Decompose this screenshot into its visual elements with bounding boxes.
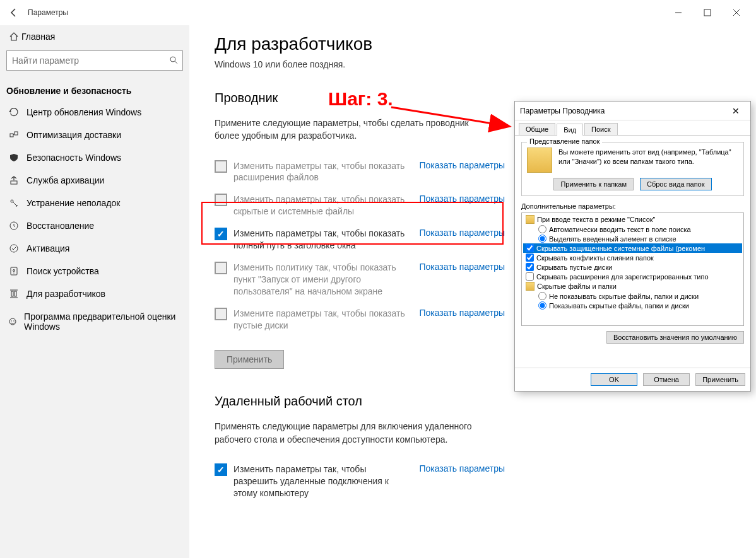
window-maximize-button[interactable] (693, 3, 722, 23)
tree-item-label: При вводе текста в режиме "Список" (537, 216, 655, 223)
window-close-button[interactable] (722, 3, 751, 23)
setting-checkbox[interactable] (215, 160, 227, 173)
setting-checkbox[interactable] (215, 463, 227, 476)
tab-search[interactable]: Поиск (584, 123, 617, 135)
dialog-cancel-button[interactable]: Отмена (643, 373, 690, 386)
tree-radio[interactable] (538, 292, 546, 300)
setting-checkbox[interactable] (215, 262, 227, 274)
advanced-tree[interactable]: При вводе текста в режиме "Список"Автома… (521, 212, 744, 326)
tree-radio[interactable] (538, 235, 546, 243)
nav-icon (6, 317, 19, 327)
show-settings-link[interactable]: Показать параметры (419, 308, 505, 318)
sidebar-item[interactable]: Служба архивации (0, 169, 189, 192)
nav-icon (6, 266, 21, 276)
tree-item[interactable]: Скрывать расширения для зарегистрированн… (523, 272, 742, 281)
sidebar-item-label: Для разработчиков (27, 289, 105, 299)
sidebar-item[interactable]: Активация (0, 237, 189, 260)
restore-defaults-button[interactable]: Восстановить значения по умолчанию (606, 331, 744, 344)
setting-row: Изменить параметры так, чтобы показать р… (215, 155, 505, 189)
setting-row: Изменить политику так, чтобы показать пу… (215, 257, 505, 303)
nav-icon (6, 107, 21, 117)
sidebar-item-label: Центр обновления Windows (27, 107, 141, 117)
sidebar-item[interactable]: Поиск устройства (0, 260, 189, 282)
folder-icon (527, 148, 552, 173)
tree-radio[interactable] (538, 225, 546, 233)
minimize-icon (673, 8, 683, 18)
tree-item[interactable]: Скрытые файлы и папки (523, 281, 742, 291)
svg-rect-5 (15, 132, 18, 135)
show-settings-link[interactable]: Показать параметры (419, 194, 505, 204)
dialog-title: Параметры Проводника (520, 107, 726, 115)
sidebar-item[interactable]: Устранение неполадок (0, 192, 189, 214)
setting-checkbox[interactable] (215, 194, 227, 206)
arrow-left-icon (9, 8, 19, 18)
setting-checkbox[interactable] (215, 228, 227, 240)
sidebar-item-label: Безопасность Windows (27, 153, 121, 163)
sidebar-item-label: Поиск устройства (27, 266, 99, 276)
title-bar: Параметры (0, 0, 756, 25)
tree-item[interactable]: Показывать скрытые файлы, папки и диски (523, 301, 742, 310)
tree-checkbox[interactable] (526, 253, 534, 262)
sidebar-item[interactable]: Программа предварительной оценки Windows (0, 305, 189, 338)
sidebar-item-label: Оптимизация доставки (27, 130, 121, 140)
tab-general[interactable]: Общие (519, 123, 555, 135)
folder-icon (526, 215, 535, 224)
apply-button[interactable]: Применить (215, 350, 284, 369)
tree-item[interactable]: Скрывать защищенные системные файлы (рек… (523, 243, 742, 253)
tab-view[interactable]: Вид (557, 124, 583, 136)
setting-row: Измените параметры так, чтобы показать п… (215, 303, 505, 337)
folder-options-dialog: Параметры Проводника ✕ Общие Вид Поиск П… (514, 101, 751, 392)
folder-view-text: Вы можете применить этот вид (например, … (558, 148, 738, 173)
section-explorer-desc: Примените следующие параметры, чтобы сде… (215, 117, 492, 142)
sidebar-search[interactable] (6, 50, 183, 71)
tree-item[interactable]: Не показывать скрытые файлы, папки и дис… (523, 291, 742, 301)
sidebar-item[interactable]: Безопасность Windows (0, 146, 189, 169)
sidebar-item[interactable]: Оптимизация доставки (0, 124, 189, 146)
nav-icon (6, 198, 21, 208)
tree-checkbox[interactable] (526, 272, 534, 281)
page-title: Для разработчиков (215, 34, 731, 54)
setting-row: Изменить параметры так, чтобы показать с… (215, 189, 505, 223)
svg-point-10 (10, 245, 18, 252)
tree-item[interactable]: Выделять введенный элемент в списке (523, 234, 742, 243)
svg-point-2 (170, 57, 175, 62)
nav-icon (6, 175, 21, 185)
sidebar-item-label: Устранение неполадок (27, 198, 120, 208)
dialog-close-button[interactable]: ✕ (726, 104, 745, 118)
tree-item[interactable]: Скрывать конфликты слияния папок (523, 253, 742, 262)
sidebar-item[interactable]: Восстановление (0, 214, 189, 237)
window-title: Параметры (28, 8, 68, 17)
svg-rect-7 (11, 181, 17, 184)
svg-rect-1 (704, 9, 711, 16)
show-settings-link[interactable]: Показать параметры (419, 463, 505, 474)
sidebar-item[interactable]: Для разработчиков (0, 282, 189, 305)
tree-checkbox[interactable] (526, 244, 534, 252)
show-settings-link[interactable]: Показать параметры (419, 228, 505, 238)
svg-point-19 (11, 320, 12, 322)
setting-checkbox[interactable] (215, 308, 227, 320)
sidebar-home[interactable]: Главная (0, 25, 189, 48)
back-button[interactable] (5, 4, 23, 21)
section-remote-title: Удаленный рабочий стол (215, 394, 731, 409)
tree-item-label: Автоматически вводить текст в поле поиск… (549, 226, 691, 233)
nav-icon (6, 153, 21, 163)
dialog-ok-button[interactable]: OK (591, 373, 637, 386)
apply-to-folders-button[interactable]: Применить к папкам (553, 178, 634, 190)
tree-item[interactable]: Автоматически вводить текст в поле поиск… (523, 224, 742, 234)
sidebar-item[interactable]: Центр обновления Windows (0, 101, 189, 124)
tree-item[interactable]: При вводе текста в режиме "Список" (523, 214, 742, 224)
sidebar: Главная Обновление и безопасность Центр … (0, 25, 189, 558)
sidebar-home-label: Главная (21, 32, 55, 42)
reset-folders-button[interactable]: Сброс вида папок (640, 178, 712, 190)
show-settings-link[interactable]: Показать параметры (419, 262, 505, 272)
tree-item[interactable]: Скрывать пустые диски (523, 262, 742, 272)
tree-item-label: Скрывать пустые диски (536, 264, 612, 271)
show-settings-link[interactable]: Показать параметры (419, 160, 505, 170)
search-input[interactable] (12, 55, 167, 66)
tree-checkbox[interactable] (526, 263, 534, 271)
tree-radio[interactable] (538, 301, 546, 310)
tree-item-label: Выделять введенный элемент в списке (549, 235, 676, 243)
window-minimize-button[interactable] (664, 3, 693, 23)
dialog-apply-button[interactable]: Применить (695, 373, 745, 386)
tree-item-label: Не показывать скрытые файлы, папки и дис… (549, 293, 699, 300)
